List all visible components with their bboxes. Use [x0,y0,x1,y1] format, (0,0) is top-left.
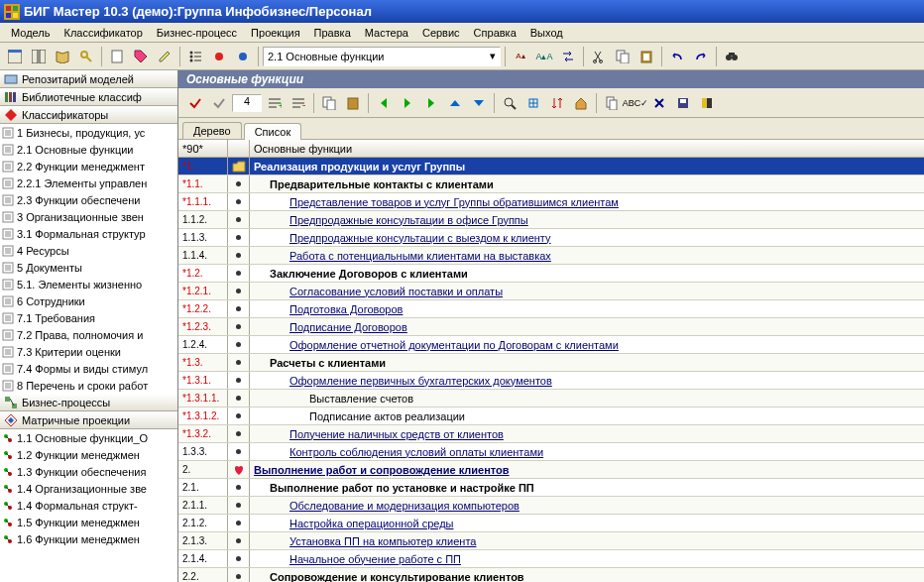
row-text[interactable]: Выполнение работ и сопровождение клиенто… [254,464,510,476]
spellcheck-icon[interactable]: ABC✓ [625,92,646,114]
table-row[interactable]: *1.3.2.Получение наличных средств от кли… [178,425,924,443]
col-name-header[interactable]: Основные функции [250,140,924,157]
tree-item[interactable]: 2.1 Основные функции [0,141,177,158]
arrow-down-blue-icon[interactable] [468,92,490,114]
row-text[interactable]: Подготовка Договоров [289,303,403,315]
toolbar-binoculars-icon[interactable] [721,46,743,67]
row-text[interactable]: Представление товаров и услуг Группы обр… [289,196,619,208]
table-row[interactable]: *1.2.2.Подготовка Договоров [178,300,924,318]
tree-item[interactable]: 3.1 Формальная структур [0,225,177,242]
col-num-header[interactable]: *90* [178,140,228,157]
table-row[interactable]: *1.2.3.Подписание Договоров [178,318,924,336]
toolbar-pencil-icon[interactable] [154,46,175,67]
tree-item[interactable]: 5.1. Элементы жизненно [0,276,177,292]
row-text[interactable]: Предпродажные консультации в офисе Групп… [289,214,528,226]
table-row[interactable]: *1.1.1.Представление товаров и услуг Гру… [178,193,924,211]
menu-service[interactable]: Сервис [415,25,467,41]
table-row[interactable]: *1.3.1.Оформление первичных бухгалтерски… [178,372,924,390]
toolbar-bullets-icon[interactable] [184,46,206,67]
menu-projection[interactable]: Проекция [244,25,306,41]
table-row[interactable]: 1.1.3.Предпродажные консультации с выезд… [178,229,924,247]
table-row[interactable]: 2.1.4.Начальное обучение работе с ПП [178,550,924,568]
exit-icon[interactable] [696,92,718,114]
check-red-icon[interactable] [184,92,206,114]
table-row[interactable]: 1.2.4.Оформление отчетной документации п… [178,336,924,354]
arrow-right-green-icon[interactable] [397,92,418,114]
tree-item[interactable]: 1.5 Функции менеджмен [0,514,177,530]
tree-item[interactable]: 6 Сотрудники [0,292,177,309]
sidebar-section-libclass[interactable]: Библиотечные классиф [0,88,177,106]
copy-icon[interactable] [318,92,340,114]
table-row[interactable]: *1.3.Расчеты с клиентами [178,354,924,372]
classifier-combo[interactable]: 2.1 Основные функции ▾ [263,47,501,66]
row-text[interactable]: Контроль соблюдения условий оплаты клиен… [289,446,543,458]
level-input[interactable]: 4 [232,94,262,112]
row-text[interactable]: Установка ПП на компьютер клиента [289,535,476,547]
toolbar-font-mid-icon[interactable]: A▴A [533,46,555,67]
table-row[interactable]: 2.1.2.Настройка операционной среды [178,515,924,532]
filter-icon[interactable] [522,92,544,114]
tree-item[interactable]: 2.2.1 Элементы управлен [0,175,177,191]
tree-item[interactable]: 7.2 Права, полномочия и [0,326,177,343]
table-row[interactable]: 2.2.Сопровождение и консультирование кли… [178,568,924,582]
table-row[interactable]: *1.3.1.1.Выставление счетов [178,390,924,407]
toolbar-key-icon[interactable] [75,46,97,67]
toolbar-book-icon[interactable] [52,46,73,67]
tree-item[interactable]: 7.1 Требования [0,309,177,326]
tree-item[interactable]: 1.4 Формальная структ- [0,497,177,514]
toolbar-split-icon[interactable] [28,46,50,67]
tree-item[interactable]: 7.4 Формы и виды стимул [0,360,177,377]
toolbar-cut-icon[interactable] [588,46,610,67]
table-row[interactable]: 2.1.3.Установка ПП на компьютер клиента [178,532,924,550]
arrow-right-green2-icon[interactable] [420,92,442,114]
arrow-up-blue-icon[interactable] [444,92,466,114]
toolbar-copy-icon[interactable] [612,46,634,67]
row-text[interactable]: Настройка операционной среды [289,518,453,529]
table-row[interactable]: 1.1.4.Работа с потенциальными клиентами … [178,247,924,265]
sidebar-section-repository[interactable]: Репозитарий моделей [0,70,177,88]
menu-model[interactable]: Модель [4,25,57,41]
toolbar-undo-icon[interactable] [666,46,688,67]
menu-help[interactable]: Справка [467,25,523,41]
toolbar-redo-icon[interactable] [690,46,712,67]
menu-edit[interactable]: Правка [307,25,358,41]
arrow-left-green-icon[interactable] [373,92,395,114]
menu-masters[interactable]: Мастера [358,25,415,41]
tree-item[interactable]: 5 Документы [0,259,177,276]
tab-tree[interactable]: Дерево [182,122,242,139]
tree-item[interactable]: 4 Ресурсы [0,242,177,259]
toolbar-doc-icon[interactable] [106,46,128,67]
check-gray-icon[interactable] [208,92,230,114]
tree-item[interactable]: 1.6 Функции менеджмен [0,530,177,547]
row-text[interactable]: Согласование условий поставки и оплаты [289,286,503,297]
toolbar-window-icon[interactable] [4,46,26,67]
toolbar-blue-dot-icon[interactable] [232,46,254,67]
tree-item[interactable]: 7.3 Критерии оценки [0,343,177,360]
tree-item[interactable]: 1.1 Основные функции_О [0,429,177,446]
tree-item[interactable]: 1.3 Функции обеспечения [0,463,177,480]
row-text[interactable]: Оформление первичных бухгалтерских докум… [289,375,552,387]
toolbar-tag-icon[interactable] [130,46,152,67]
table-row[interactable]: 1.3.3.Контроль соблюдения условий оплаты… [178,443,924,461]
tree-item[interactable]: 2.2 Функции менеджмент [0,158,177,175]
toolbar-paste-icon[interactable] [635,46,657,67]
table-row[interactable]: 2.1.1.Обследование и модернизация компью… [178,497,924,515]
paste-dropdown-icon[interactable] [342,92,364,114]
table-row[interactable]: 2.1.Выполнение работ по установке и наст… [178,479,924,497]
table-row[interactable]: *1.2.1.Согласование условий поставки и о… [178,283,924,300]
menu-bizprocess[interactable]: Бизнес-процесс [150,25,244,41]
menu-classifier[interactable]: Классификатор [57,25,149,41]
row-text[interactable]: Обследование и модернизация компьютеров [289,500,520,512]
table-row[interactable]: *1.3.1.2.Подписание актов реализации [178,407,924,425]
row-text[interactable]: Предпродажные консультации с выездом к к… [289,232,551,244]
sidebar-section-matrix[interactable]: Матричные проекции [0,411,177,429]
tree-item[interactable]: 1.4 Организационные зве [0,480,177,497]
home-icon[interactable] [570,92,592,114]
sidebar-section-classifiers[interactable]: Классификаторы [0,106,177,124]
toolbar-red-dot-icon[interactable] [208,46,230,67]
row-text[interactable]: Получение наличных средств от клиентов [289,428,504,440]
table-row[interactable]: *1.1.Предварительные контакты с клиентам… [178,175,924,193]
tab-list[interactable]: Список [244,123,302,140]
tree-item[interactable]: 3 Организационные звен [0,208,177,225]
tree-item[interactable]: 2.3 Функции обеспечени [0,191,177,208]
